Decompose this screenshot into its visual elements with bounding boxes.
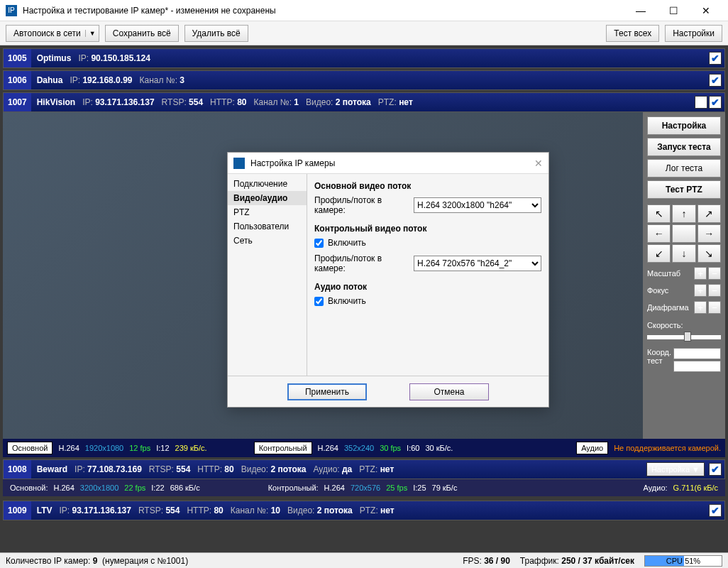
minimize-button[interactable]: — (624, 0, 657, 21)
camera-settings-dialog: Настройка IP камеры ✕ Подключение Видео/… (227, 152, 549, 408)
ptz-pad: ↖ ↑ ↗ ← → ↙ ↓ ↘ (647, 204, 721, 263)
settings-button[interactable]: Настройки (665, 25, 722, 42)
ctrl-enable-checkbox[interactable] (314, 239, 324, 248)
ptz-up-left[interactable]: ↖ (647, 204, 671, 223)
ptz-down-left[interactable]: ↙ (647, 244, 671, 263)
camera-enabled-checkbox[interactable]: ✔ (709, 504, 722, 517)
tab-users[interactable]: Пользователи (228, 219, 307, 234)
app-icon: IP (6, 5, 17, 16)
camera-row: 1006 Dahua IP: 192.168.0.99 Канал №: 3 ✔ (3, 70, 725, 90)
dialog-title: Настройка IP камеры (250, 158, 335, 168)
apply-button[interactable]: Применить (287, 383, 367, 400)
zoom-plus[interactable]: + (694, 267, 707, 280)
coord-preset-1[interactable]: 0° 0° 1x (673, 348, 721, 359)
ptz-up-right[interactable]: ↗ (697, 204, 721, 223)
camera-number: 1006 (4, 71, 31, 89)
camera-header[interactable]: 1005 Optimus IP: 90.150.185.124 ✔ (3, 48, 725, 68)
focus-plus[interactable]: + (694, 284, 707, 297)
audio-enable-checkbox[interactable] (314, 297, 324, 306)
speed-slider[interactable] (647, 335, 721, 339)
profile-label: Профиль/поток в камере: (314, 253, 414, 273)
main-stream-button[interactable]: Основной (7, 442, 53, 454)
toolbar: Автопоиск в сети▼ Сохранить всё Удалить … (0, 21, 728, 45)
collapse-button[interactable]: ▲ (695, 96, 707, 109)
window-title: Настройка и тестирование IP камер* - изм… (23, 6, 624, 16)
camera-number: 1009 (4, 501, 31, 520)
delete-all-button[interactable]: Удалить всё (184, 25, 248, 42)
camera-header[interactable]: 1006 Dahua IP: 192.168.0.99 Канал №: 3 ✔ (3, 70, 725, 90)
maximize-button[interactable]: ☐ (657, 0, 690, 21)
ptz-up[interactable]: ↑ (672, 204, 695, 223)
ptz-down[interactable]: ↓ (672, 244, 695, 263)
close-button[interactable]: ✕ (690, 0, 722, 21)
audio-stream-heading: Аудио поток (314, 282, 541, 292)
app-icon (233, 158, 245, 169)
test-log-button[interactable]: Лог теста (647, 159, 721, 178)
dialog-tabs: Подключение Видео/аудио PTZ Пользователи… (228, 174, 307, 376)
dialog-close-button[interactable]: ✕ (534, 158, 543, 169)
setup-button[interactable]: Настройка ▼ (646, 462, 705, 476)
main-profile-select[interactable]: H.264 3200x1800 "h264" (414, 197, 541, 213)
autosearch-button[interactable]: Автопоиск в сети▼ (6, 25, 99, 42)
dialog-titlebar[interactable]: Настройка IP камеры ✕ (228, 153, 548, 174)
audio-not-supported: Не поддерживается камерой. (614, 444, 721, 452)
camera-number: 1005 (4, 49, 31, 67)
run-test-button[interactable]: Запуск теста (647, 138, 721, 156)
cpu-meter: CPU 51% (644, 555, 722, 567)
camera-row: 1005 Optimus IP: 90.150.185.124 ✔ (3, 48, 725, 68)
titlebar: IP Настройка и тестирование IP камер* - … (0, 0, 728, 21)
camera-header[interactable]: 1009 LTV IP: 93.171.136.137 RTSP: 554 HT… (3, 501, 725, 520)
camera-number: 1008 (4, 460, 31, 479)
camera-row: 1008 Beward IP: 77.108.73.169 RTSP: 554 … (3, 459, 725, 496)
coord-preset-2[interactable]: 180° 45° 2x (673, 361, 721, 372)
speed-label: Скорость: (647, 321, 721, 329)
ptz-center[interactable] (672, 224, 695, 243)
focus-minus[interactable]: − (708, 284, 721, 297)
ctrl-profile-select[interactable]: H.264 720x576 "h264_2" (414, 256, 541, 271)
camera-enabled-checkbox[interactable]: ✔ (709, 96, 722, 109)
ctrl-stream-heading: Контрольный видео поток (314, 224, 541, 234)
profile-label: Профиль/поток в камере: (314, 195, 414, 215)
camera-row: 1009 LTV IP: 93.171.136.137 RTSP: 554 HT… (3, 501, 725, 520)
tab-ptz[interactable]: PTZ (228, 205, 307, 219)
audio-stream-button[interactable]: Аудио (576, 442, 608, 454)
camera-number: 1007 (4, 93, 31, 111)
chevron-down-icon: ▼ (85, 30, 96, 37)
tab-connection[interactable]: Подключение (228, 177, 307, 191)
zoom-minus[interactable]: − (708, 267, 721, 280)
tab-network[interactable]: Сеть (228, 234, 307, 248)
tab-video-audio[interactable]: Видео/аудио (228, 191, 307, 205)
dialog-pane: Основной видео поток Профиль/поток в кам… (307, 174, 548, 376)
iris-minus[interactable]: − (708, 301, 721, 314)
ptz-down-right[interactable]: ↘ (697, 244, 721, 263)
camera-header[interactable]: 1007 HikVision IP: 93.171.136.137 RTSP: … (3, 92, 725, 112)
cancel-button[interactable]: Отмена (409, 383, 489, 400)
ctrl-stream-button[interactable]: Контрольный (254, 442, 312, 454)
stream-bar: Основной H.264 1920x1080 12 fps I:12 239… (3, 439, 725, 457)
save-all-button[interactable]: Сохранить всё (105, 25, 179, 42)
iris-plus[interactable]: + (694, 301, 707, 314)
status-bar: Количество IP камер: 9 (нумерация с №100… (0, 552, 728, 568)
substream-info: Основной: H.264 3200x1800 22 fps I:22 68… (3, 479, 725, 496)
camera-enabled-checkbox[interactable]: ✔ (709, 52, 722, 65)
camera-header[interactable]: 1008 Beward IP: 77.108.73.169 RTSP: 554 … (3, 459, 725, 479)
camera-enabled-checkbox[interactable]: ✔ (709, 74, 722, 87)
test-ptz-button[interactable]: Тест PTZ (647, 180, 721, 199)
side-panel: Настройка Запуск теста Лог теста Тест PT… (643, 112, 725, 439)
main-stream-heading: Основной видео поток (314, 181, 541, 191)
ptz-left[interactable]: ← (647, 224, 671, 243)
setup-button[interactable]: Настройка (647, 116, 721, 135)
camera-enabled-checkbox[interactable]: ✔ (709, 463, 722, 476)
ptz-right[interactable]: → (697, 224, 721, 243)
test-all-button[interactable]: Тест всех (606, 25, 659, 42)
